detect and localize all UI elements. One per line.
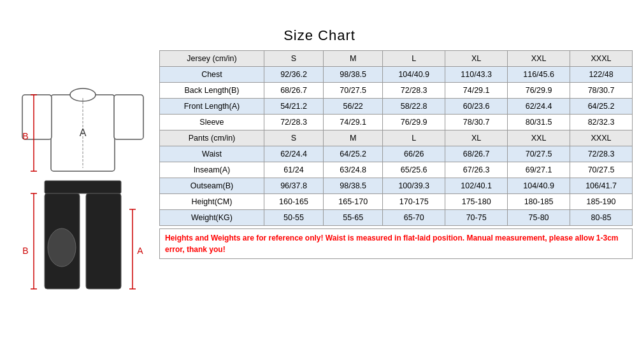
height-s: 160-165 (264, 194, 323, 210)
note-text: Heights and Weights are for reference on… (159, 228, 633, 259)
pants-weight-row: Weight(KG) 50-55 55-65 65-70 70-75 75-80… (160, 210, 633, 226)
pants-waist-row: Waist 62/24.4 64/25.2 66/26 68/26.7 70/2… (160, 146, 633, 162)
jersey-label: Jersey (cm/in) (160, 51, 264, 67)
waist-l: 66/26 (383, 146, 445, 162)
backlength-xl: 74/29.1 (445, 83, 508, 99)
chest-m: 98/38.5 (324, 67, 383, 83)
svg-rect-12 (86, 193, 121, 289)
svg-rect-2 (114, 95, 143, 139)
backlength-xxxl: 78/30.7 (570, 83, 633, 99)
sleeve-xl: 78/30.7 (445, 115, 508, 130)
height-l: 170-175 (383, 194, 445, 210)
inseam-xxl: 69/27.1 (508, 162, 570, 178)
outseam-xl: 102/40.1 (445, 178, 508, 194)
pants-size-s: S (264, 130, 323, 146)
svg-rect-10 (45, 181, 121, 193)
svg-point-13 (48, 228, 76, 267)
backlength-label: Back Length(B) (160, 83, 264, 99)
jersey-size-xxxl: XXXL (570, 51, 633, 67)
jersey-sleeve-row: Sleeve 72/28.3 74/29.1 76/29.9 78/30.7 8… (160, 115, 633, 130)
weight-m: 55-65 (324, 210, 383, 226)
pants-inseam-row: Inseam(A) 61/24 63/24.8 65/25.6 67/26.3 … (160, 162, 633, 178)
chest-xl: 110/43.3 (445, 67, 508, 83)
backlength-xxl: 76/29.9 (508, 83, 570, 99)
backlength-l: 72/28.3 (383, 83, 445, 99)
weight-label: Weight(KG) (160, 210, 264, 226)
svg-text:B: B (22, 131, 28, 141)
sleeve-m: 74/29.1 (324, 115, 383, 130)
outseam-label: Outseam(B) (160, 178, 264, 194)
frontlength-xxl: 62/24.4 (508, 99, 570, 115)
inseam-xl: 67/26.3 (445, 162, 508, 178)
waist-s: 62/24.4 (264, 146, 323, 162)
chest-label: Chest (160, 67, 264, 83)
height-label: Height(CM) (160, 194, 264, 210)
frontlength-m: 56/22 (324, 99, 383, 115)
height-m: 165-170 (324, 194, 383, 210)
jersey-size-m: M (324, 51, 383, 67)
weight-xxl: 75-80 (508, 210, 570, 226)
weight-l: 65-70 (383, 210, 445, 226)
frontlength-s: 54/21.2 (264, 99, 323, 115)
chest-xxxl: 122/48 (570, 67, 633, 83)
chest-s: 92/36.2 (264, 67, 323, 83)
page-title: Size Chart (284, 27, 355, 44)
jersey-size-xxl: XXL (508, 51, 570, 67)
svg-text:A: A (80, 127, 87, 138)
pants-header-row: Pants (cm/in) S M L XL XXL XXXL (160, 130, 633, 146)
waist-xl: 68/26.7 (445, 146, 508, 162)
weight-xl: 70-75 (445, 210, 508, 226)
outseam-m: 98/38.5 (324, 178, 383, 194)
height-xl: 175-180 (445, 194, 508, 210)
jersey-size-s: S (264, 51, 323, 67)
svg-text:A: A (137, 246, 143, 256)
size-table-section: Jersey (cm/in) S M L XL XXL XXXL Chest 9… (159, 50, 633, 259)
pants-outseam-row: Outseam(B) 96/37.8 98/38.5 100/39.3 102/… (160, 178, 633, 194)
chest-xxl: 116/45.6 (508, 67, 570, 83)
backlength-s: 68/26.7 (264, 83, 323, 99)
sleeve-xxl: 80/31.5 (508, 115, 570, 130)
pants-size-xxl: XXL (508, 130, 570, 146)
weight-s: 50-55 (264, 210, 323, 226)
jersey-header-row: Jersey (cm/in) S M L XL XXL XXXL (160, 51, 633, 67)
chest-l: 104/40.9 (383, 67, 445, 83)
jersey-size-xl: XL (445, 51, 508, 67)
jersey-size-l: L (383, 51, 445, 67)
outseam-xxxl: 106/41.7 (570, 178, 633, 194)
pants-size-l: L (383, 130, 445, 146)
jersey-frontlength-row: Front Length(A) 54/21.2 56/22 58/22.8 60… (160, 99, 633, 115)
frontlength-label: Front Length(A) (160, 99, 264, 115)
pants-size-xxxl: XXXL (570, 130, 633, 146)
frontlength-xxxl: 64/25.2 (570, 99, 633, 115)
svg-text:B: B (22, 246, 28, 256)
backlength-m: 70/27.5 (324, 83, 383, 99)
size-diagram: A B B (6, 50, 159, 337)
outseam-xxl: 104/40.9 (508, 178, 570, 194)
frontlength-xl: 60/23.6 (445, 99, 508, 115)
sleeve-s: 72/28.3 (264, 115, 323, 130)
waist-label: Waist (160, 146, 264, 162)
waist-xxl: 70/27.5 (508, 146, 570, 162)
jersey-chest-row: Chest 92/36.2 98/38.5 104/40.9 110/43.3 … (160, 67, 633, 83)
sleeve-label: Sleeve (160, 115, 264, 130)
frontlength-l: 58/22.8 (383, 99, 445, 115)
jersey-backlength-row: Back Length(B) 68/26.7 70/27.5 72/28.3 7… (160, 83, 633, 99)
sleeve-l: 76/29.9 (383, 115, 445, 130)
height-xxxl: 185-190 (570, 194, 633, 210)
inseam-s: 61/24 (264, 162, 323, 178)
inseam-l: 65/25.6 (383, 162, 445, 178)
height-xxl: 180-185 (508, 194, 570, 210)
inseam-xxxl: 70/27.5 (570, 162, 633, 178)
outseam-s: 96/37.8 (264, 178, 323, 194)
size-table: Jersey (cm/in) S M L XL XXL XXXL Chest 9… (159, 50, 633, 226)
pants-label: Pants (cm/in) (160, 130, 264, 146)
pants-size-m: M (324, 130, 383, 146)
content-row: A B B (6, 50, 633, 337)
waist-m: 64/25.2 (324, 146, 383, 162)
outseam-l: 100/39.3 (383, 178, 445, 194)
inseam-label: Inseam(A) (160, 162, 264, 178)
inseam-m: 63/24.8 (324, 162, 383, 178)
pants-size-xl: XL (445, 130, 508, 146)
page-container: Size Chart A B (0, 21, 639, 343)
weight-xxxl: 80-85 (570, 210, 633, 226)
